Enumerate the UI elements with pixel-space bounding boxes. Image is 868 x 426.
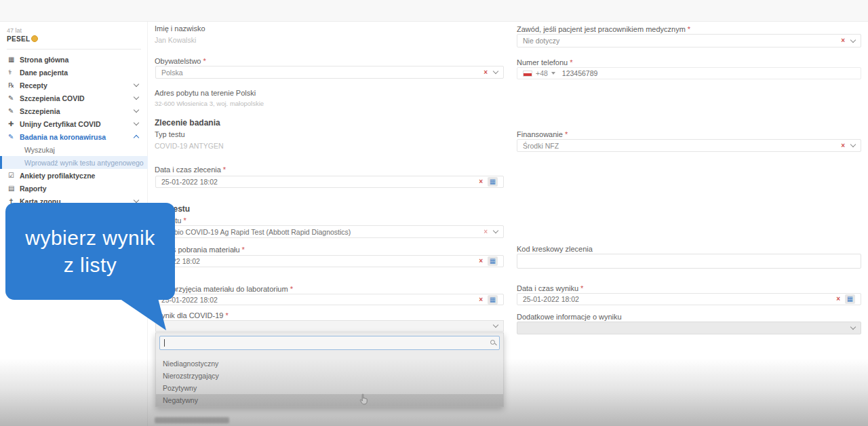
field-obywatelstwo-label: Obywatelstwo* xyxy=(155,57,206,65)
sidebar-item-label: Wyszukaj xyxy=(24,146,55,154)
clear-icon[interactable]: × xyxy=(841,142,845,149)
option-pozytywny[interactable]: Pozytywny xyxy=(156,382,503,394)
sidebar-subitem-wyszukaj[interactable]: Wyszukaj xyxy=(0,143,148,156)
wynik-select[interactable] xyxy=(155,320,504,332)
next-section-header-cutoff xyxy=(155,417,229,423)
sidebar-item-unijny-certyfikat[interactable]: ✚ Unijny Certyfikat COVID xyxy=(0,117,148,130)
chevron-down-icon[interactable] xyxy=(493,322,498,328)
app-window: 47 lat PESEL ▦ Strona główna ⚕ Dane pacj… xyxy=(0,0,868,426)
syringe-icon: ✎ xyxy=(8,94,20,102)
required-mark: * xyxy=(223,166,226,174)
chevron-down-icon[interactable] xyxy=(134,120,139,125)
kod-kreskowy-input[interactable] xyxy=(517,254,861,269)
cursor-hand-icon xyxy=(359,393,368,408)
producent-select[interactable]: Panbio COVID-19 Ag Rapid Test (Abbott Ra… xyxy=(155,225,504,238)
zawod-select[interactable]: Nie dotyczy × xyxy=(517,34,861,47)
tooltip-tail xyxy=(108,296,173,333)
pesel-info-icon[interactable] xyxy=(31,35,38,42)
chevron-down-icon[interactable] xyxy=(850,37,856,42)
sidebar-item-label: Wprowadź wynik testu antygenowego xyxy=(24,159,144,167)
sidebar-item-label: Szczepienia xyxy=(20,107,60,115)
option-negatywny[interactable]: Negatywny xyxy=(156,394,503,406)
dodatkowe-select[interactable] xyxy=(517,322,861,334)
clear-icon[interactable]: × xyxy=(484,229,488,235)
sidebar-item-badania-koronawirus[interactable]: ✎ Badania na koronawirusa xyxy=(0,130,148,143)
sidebar-divider xyxy=(7,49,141,50)
data-pobrania-input[interactable]: 25-01-2022 18:02 × ▦ xyxy=(155,255,504,267)
wynik-dropdown-panel: Niediagnostyczny Nierozstrzygający Pozyt… xyxy=(155,332,504,407)
phone-prefix[interactable]: +48 xyxy=(536,69,548,77)
telefon-input[interactable]: +48 123456789 xyxy=(517,67,861,79)
clear-icon[interactable]: × xyxy=(836,296,840,303)
poland-flag-icon xyxy=(523,71,532,77)
patient-age: 47 lat xyxy=(7,27,22,34)
chevron-down-icon[interactable] xyxy=(134,94,139,100)
text-cursor xyxy=(164,339,165,347)
wynik-search-input[interactable] xyxy=(159,336,500,350)
patient-pesel-label: PESEL xyxy=(7,35,30,43)
required-mark: * xyxy=(290,285,293,293)
stethoscope-icon: ⚕ xyxy=(8,69,20,76)
sidebar-item-dane-pacjenta[interactable]: ⚕ Dane pacjenta xyxy=(0,66,148,79)
data-przyjecia-input[interactable]: 25-01-2022 18:02 × ▦ xyxy=(155,294,504,305)
required-mark: * xyxy=(183,216,186,225)
tutorial-tooltip: wybierz wynik z listy xyxy=(5,203,175,300)
report-document-icon: ▤ xyxy=(8,185,20,192)
chevron-down-icon[interactable] xyxy=(134,107,139,113)
chevron-down-icon[interactable] xyxy=(493,228,498,233)
sidebar-item-szczepienia[interactable]: ✎ Szczepienia xyxy=(0,104,148,117)
sidebar-subitem-wprowadz-wynik[interactable]: Wprowadź wynik testu antygenowego xyxy=(0,156,148,169)
chevron-down-icon[interactable] xyxy=(850,142,856,147)
sidebar-item-label: Raporty xyxy=(20,185,47,193)
obywatelstwo-select[interactable]: Polska × xyxy=(155,66,504,79)
calendar-icon[interactable]: ▦ xyxy=(845,294,855,304)
field-imie-value: Jan Kowalski xyxy=(155,36,196,44)
chevron-down-icon[interactable] xyxy=(493,69,498,74)
clear-icon[interactable]: × xyxy=(479,296,483,303)
field-telefon-label: Numer telefonu* xyxy=(517,58,573,66)
required-mark: * xyxy=(580,284,583,292)
chevron-down-icon[interactable] xyxy=(850,324,856,330)
clear-icon[interactable]: × xyxy=(484,69,488,76)
sidebar-item-label: Badania na koronawirusa xyxy=(20,133,106,141)
field-zawod-label: Zawód, jeśli pacjent jest pracownikiem m… xyxy=(517,25,690,33)
chevron-up-icon[interactable] xyxy=(134,135,139,140)
option-nierozstrzygajacy[interactable]: Nierozstrzygający xyxy=(156,370,503,382)
search-icon xyxy=(490,340,495,345)
sidebar-item-recepty[interactable]: ℞ Recepty xyxy=(0,79,148,92)
sidebar-item-label: Ankiety profilaktyczne xyxy=(20,172,95,180)
required-mark: * xyxy=(688,25,690,33)
survey-checklist-icon: ☑ xyxy=(8,172,20,179)
field-imie-label: Imię i nazwisko xyxy=(155,24,205,33)
required-mark: * xyxy=(242,246,245,254)
sidebar-item-label: Recepty xyxy=(20,81,47,90)
prescription-icon: ℞ xyxy=(8,81,20,89)
field-finansowanie-label: Finansowanie* xyxy=(517,130,568,138)
calendar-icon[interactable]: ▦ xyxy=(488,295,498,305)
chevron-down-icon[interactable] xyxy=(134,197,139,203)
option-niediagnostyczny[interactable]: Niediagnostyczny xyxy=(156,357,503,370)
required-mark: * xyxy=(225,311,228,320)
calendar-icon[interactable]: ▦ xyxy=(488,256,498,266)
clear-icon[interactable]: × xyxy=(841,37,845,44)
sidebar-item-szczepienia-covid[interactable]: ✎ Szczepienia COVID xyxy=(0,92,148,104)
chevron-down-icon[interactable] xyxy=(134,81,139,87)
data-zlecenia-input[interactable]: 25-01-2022 18:02 × ▦ xyxy=(155,176,504,188)
field-typ-testu-value: COVID-19 ANTYGEN xyxy=(155,142,224,150)
data-wyniku-input[interactable]: 25-01-2022 18:02 × ▦ xyxy=(517,293,861,305)
section-zlecenie-badania: Zlecenie badania xyxy=(155,118,220,128)
top-bar xyxy=(0,0,868,22)
calendar-icon[interactable]: ▦ xyxy=(488,177,498,187)
required-mark: * xyxy=(203,57,205,65)
sidebar-item-raporty[interactable]: ▤ Raporty xyxy=(0,182,148,195)
syringe-icon: ✎ xyxy=(8,107,20,115)
field-data-wyniku-label: Data i czas wyniku* xyxy=(517,284,583,292)
sidebar-item-ankiety[interactable]: ☑ Ankiety profilaktyczne xyxy=(0,169,148,182)
sidebar-item-strona-glowna[interactable]: ▦ Strona główna xyxy=(0,53,148,66)
prefix-dropdown-icon[interactable] xyxy=(551,72,555,75)
finansowanie-select[interactable]: Środki NFZ × xyxy=(517,139,861,152)
clear-icon[interactable]: × xyxy=(479,258,483,265)
clear-icon[interactable]: × xyxy=(479,178,483,185)
field-data-zlecenia-label: Data i czas zlecenia* xyxy=(155,166,226,174)
home-grid-icon: ▦ xyxy=(8,56,20,63)
